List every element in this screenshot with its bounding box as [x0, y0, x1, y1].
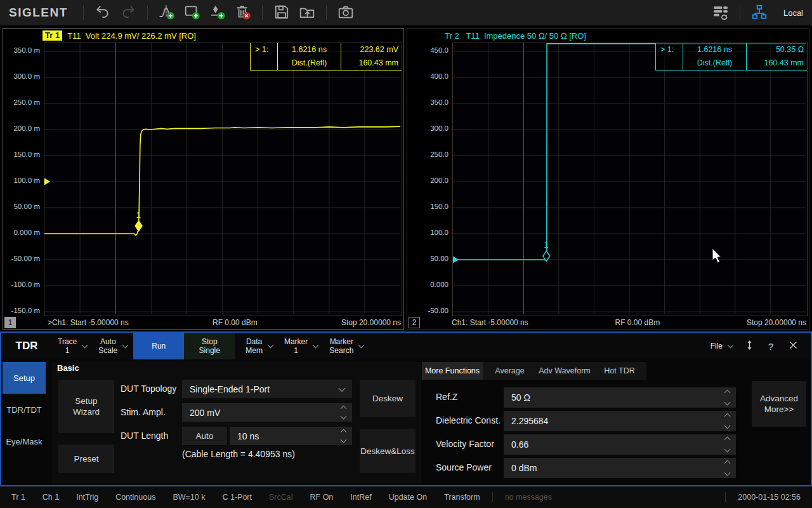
tdr-control-panel: TDR Trace 1 Auto Scale Run Stop Single D… — [0, 331, 812, 486]
add-window-icon — [184, 4, 200, 22]
plot-area-1[interactable]: 1 > 1: 1.6216 ns 223.62 mV Dist.(Refl) 1… — [44, 43, 402, 316]
chevron-down-icon — [82, 342, 88, 348]
deskew-loss-button[interactable]: Deskew&Loss — [360, 429, 416, 473]
stim-ampl-input[interactable]: 200 mV — [182, 403, 352, 422]
trace-window-2[interactable]: Tr 2 T11 Impedence 50 Ω/ 50 Ω [RO] 450.0… — [407, 28, 809, 330]
window2-number-badge[interactable]: 2 — [409, 317, 420, 328]
dut-length-auto-button[interactable]: Auto — [182, 427, 227, 445]
stim-ampl-label: Stim. Ampl. — [121, 407, 166, 417]
redo-button[interactable] — [117, 2, 139, 23]
tab-adv-waveform[interactable]: Adv Waveform — [537, 362, 593, 380]
marker-id: > 1: — [656, 43, 683, 57]
trace-window-1[interactable]: Tr 1 T11 Volt 224.9 mV/ 226.2 mV [RO] 35… — [3, 28, 404, 330]
ref-z-input[interactable]: 50 Ω — [504, 387, 736, 408]
add-trace-button[interactable] — [156, 2, 178, 23]
lan-network-icon — [751, 4, 768, 22]
save-button[interactable] — [271, 2, 292, 23]
step-down-icon[interactable] — [341, 413, 347, 420]
y-tick-label: 400.0 — [430, 72, 449, 80]
sidebar-tab-tdr-tdt[interactable]: TDR/TDT — [3, 394, 46, 425]
add-window-button[interactable] — [181, 2, 203, 23]
y-tick-label: 250.0 m — [13, 98, 40, 106]
step-down-icon[interactable] — [724, 470, 731, 476]
trace-memory-button[interactable] — [710, 2, 731, 23]
open-button[interactable] — [296, 2, 318, 23]
window1-number-badge[interactable]: 1 — [4, 317, 16, 328]
sidebar-tab-setup[interactable]: Setup — [3, 362, 46, 394]
status-divider — [725, 492, 726, 502]
ref-z-stepper[interactable] — [723, 387, 732, 408]
help-button[interactable]: ? — [760, 333, 782, 359]
source-power-input[interactable]: 0 dBm — [504, 458, 736, 478]
dut-topology-select[interactable]: Single-Ended 1-Port — [182, 380, 352, 398]
plot-area-2[interactable]: 1 > 1: 1.6216 ns 50.35 Ω Dist.(Refl) 160… — [452, 43, 808, 316]
y-tick-label: 50.00 — [430, 255, 449, 262]
local-status-label: Local — [783, 8, 803, 18]
step-down-icon[interactable] — [724, 423, 731, 429]
deskew-button[interactable]: Deskew — [360, 380, 416, 417]
preset-button[interactable]: Preset — [58, 444, 114, 473]
step-up-icon[interactable] — [341, 406, 347, 412]
dielectric-const-input[interactable]: 2.295684 — [504, 411, 736, 431]
trace1-active-chip[interactable]: Tr 1 — [43, 30, 62, 41]
y-tick-label: -50.00 m — [11, 255, 40, 262]
sidebar-tab-eye-mask[interactable]: Eye/Mask — [3, 425, 46, 457]
status-rf: RF On — [310, 493, 334, 502]
dut-length-stepper[interactable] — [339, 427, 348, 445]
toolbar-divider — [147, 6, 148, 20]
step-down-icon[interactable] — [341, 437, 347, 443]
stop-single-button[interactable]: Stop Single — [184, 333, 235, 359]
setup-wizard-button[interactable]: Setup Wizard — [58, 380, 114, 433]
updown-arrow-icon — [744, 340, 755, 352]
dielectric-stepper[interactable] — [723, 411, 732, 431]
step-up-icon[interactable] — [724, 390, 731, 396]
y-tick-label: 300.0 — [430, 124, 449, 132]
menu-trace[interactable]: Trace 1 — [52, 333, 93, 359]
tab-more-functions[interactable]: More Functions — [422, 362, 483, 380]
chevron-down-icon — [267, 342, 273, 348]
status-update: Update On — [389, 493, 427, 502]
collapse-panel-button[interactable] — [738, 333, 760, 359]
trace2-header: Tr 2 T11 Impedence 50 Ω/ 50 Ω [RO] — [407, 29, 809, 43]
tab-average[interactable]: Average — [483, 362, 537, 380]
svg-text:1: 1 — [544, 240, 548, 250]
dielectric-const-value: 2.295684 — [511, 416, 548, 426]
lan-status-button[interactable] — [749, 2, 770, 23]
tab-hot-tdr[interactable]: Hot TDR — [593, 362, 646, 380]
menu-marker-search[interactable]: Marker Search — [324, 333, 369, 359]
step-up-icon[interactable] — [724, 413, 731, 420]
step-up-icon[interactable] — [341, 429, 347, 436]
status-message: no messages — [505, 493, 552, 502]
velocity-stepper[interactable] — [723, 434, 732, 455]
marker-dist-value: 160.43 mm — [746, 57, 807, 70]
marker-dist-label: Dist.(Refl) — [683, 57, 746, 70]
delete-trace-icon — [235, 4, 251, 22]
step-down-icon[interactable] — [724, 399, 731, 406]
ref-z-value: 50 Ω — [511, 392, 530, 403]
marker-readout-1: > 1: 1.6216 ns 223.62 mV Dist.(Refl) 160… — [250, 43, 402, 70]
trace-memory-icon — [712, 4, 729, 22]
velocity-factor-input[interactable]: 0.66 — [504, 434, 736, 455]
step-down-icon[interactable] — [724, 446, 731, 453]
menu-marker[interactable]: Marker 1 — [278, 333, 324, 359]
add-marker-button[interactable] — [207, 2, 228, 23]
undo-button[interactable] — [92, 2, 114, 23]
screenshot-button[interactable] — [335, 2, 357, 23]
camera-icon — [337, 4, 354, 22]
close-panel-button[interactable] — [782, 333, 811, 359]
delete-trace-button[interactable] — [232, 2, 254, 23]
menu-auto-scale[interactable]: Auto Scale — [93, 333, 133, 359]
source-power-stepper[interactable] — [723, 458, 732, 478]
chevron-down-icon — [122, 342, 129, 348]
dut-length-label: DUT Length — [121, 431, 168, 441]
step-up-icon[interactable] — [724, 460, 731, 467]
menu-data-mem[interactable]: Data Mem — [240, 333, 278, 359]
run-button[interactable]: Run — [133, 333, 184, 359]
dut-length-input[interactable]: 10 ns — [230, 427, 352, 445]
stop-time-label: Stop 20.00000 ns — [747, 318, 806, 327]
menu-file[interactable]: File — [705, 333, 738, 359]
step-up-icon[interactable] — [724, 437, 731, 443]
y-tick-label: 300.0 m — [13, 72, 40, 80]
advanced-more-button[interactable]: Advanced More>> — [752, 381, 806, 427]
stim-ampl-stepper[interactable] — [339, 403, 348, 422]
